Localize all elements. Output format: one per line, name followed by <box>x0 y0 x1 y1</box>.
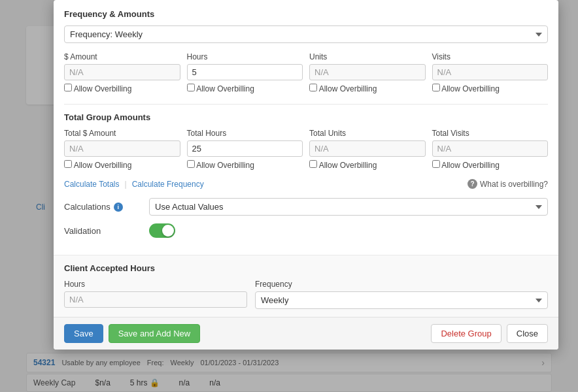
total-amount-overbilling-label: Allow Overbilling <box>64 160 180 170</box>
help-icon: ? <box>468 179 477 189</box>
total-visits-field-group: Total Visits Allow Overbilling <box>432 129 549 172</box>
client-fields-grid: Hours Frequency Weekly Daily Monthly <box>64 280 548 309</box>
validation-control <box>149 223 548 238</box>
client-section-title: Client Accepted Hours <box>64 263 548 273</box>
total-group-title: Total Group Amounts <box>64 112 548 122</box>
modal-footer: Save Save and Add New Delete Group Close <box>54 317 558 350</box>
client-frequency-select[interactable]: Weekly Daily Monthly <box>255 291 548 309</box>
total-amount-overbilling-text: Allow Overbilling <box>74 161 132 170</box>
hours-overbilling-text: Allow Overbilling <box>196 84 254 93</box>
amount-overbilling-text: Allow Overbilling <box>74 84 132 93</box>
calculations-select[interactable]: Use Actual Values Use Authorized Values <box>149 198 548 216</box>
footer-left-buttons: Save Save and Add New <box>64 324 200 343</box>
save-and-add-new-button[interactable]: Save and Add New <box>109 324 201 343</box>
toggle-track <box>149 223 175 238</box>
client-hours-label: Hours <box>64 280 247 289</box>
what-is-overbilling-link[interactable]: ? What is overbilling? <box>468 179 548 189</box>
total-hours-input[interactable] <box>187 140 303 157</box>
toggle-thumb <box>162 225 174 237</box>
total-hours-overbilling-text: Allow Overbilling <box>196 161 254 170</box>
units-overbilling-text: Allow Overbilling <box>319 84 377 93</box>
frequency-select[interactable]: Frequency: Weekly Frequency: Daily Frequ… <box>64 25 548 43</box>
frequency-select-wrap: Frequency: Weekly Frequency: Daily Frequ… <box>64 25 548 43</box>
footer-right-buttons: Delete Group Close <box>431 324 548 343</box>
units-overbilling-checkbox-label: Allow Overbilling <box>309 84 426 93</box>
client-hours-input[interactable] <box>64 291 247 308</box>
visits-overbilling-checkbox-label: Allow Overbilling <box>432 84 549 93</box>
calculations-info-icon[interactable]: i <box>114 203 123 212</box>
total-hours-overbilling-label: Allow Overbilling <box>187 160 303 170</box>
amount-overbilling-checkbox[interactable] <box>64 84 72 91</box>
hours-overbilling-checkbox-label: Allow Overbilling <box>187 84 303 93</box>
client-frequency-label: Frequency <box>255 280 548 289</box>
total-units-overbilling-text: Allow Overbilling <box>319 161 377 170</box>
total-visits-label: Total Visits <box>432 129 549 138</box>
total-visits-overbilling-text: Allow Overbilling <box>441 161 500 170</box>
total-units-overbilling-checkbox[interactable] <box>309 160 317 168</box>
total-units-label: Total Units <box>309 129 426 138</box>
save-button[interactable]: Save <box>64 324 103 343</box>
total-hours-label: Total Hours <box>187 129 303 138</box>
validation-label: Validation <box>64 226 149 236</box>
units-overbilling-checkbox[interactable] <box>309 84 317 91</box>
hours-overbilling-checkbox[interactable] <box>187 84 195 91</box>
calculations-control: Use Actual Values Use Authorized Values <box>149 198 548 216</box>
total-fields-grid: Total $ Amount Allow Overbilling Total H… <box>64 129 548 172</box>
total-hours-overbilling-checkbox[interactable] <box>187 160 195 168</box>
amount-label: $ Amount <box>64 52 180 61</box>
frequency-fields-grid: $ Amount Allow Overbilling Hours Allow O… <box>64 52 548 96</box>
modal-dialog: Frequency & Amounts Frequency: Weekly Fr… <box>54 0 558 350</box>
links-left: Calculate Totals | Calculate Frequency <box>64 180 204 189</box>
visits-input[interactable] <box>432 64 549 80</box>
links-row: Calculate Totals | Calculate Frequency ?… <box>64 179 548 189</box>
close-button[interactable]: Close <box>507 324 548 343</box>
calculations-label-wrap: Calculations i <box>64 202 149 212</box>
visits-label: Visits <box>432 52 549 61</box>
hours-label: Hours <box>187 52 303 61</box>
hours-field-group: Hours Allow Overbilling <box>187 52 303 96</box>
total-hours-field-group: Total Hours Allow Overbilling <box>187 129 303 172</box>
validation-toggle[interactable] <box>149 223 175 238</box>
client-hours-field-group: Hours <box>64 280 247 309</box>
amount-field-group: $ Amount Allow Overbilling <box>64 52 180 96</box>
calculations-label: Calculations <box>64 202 110 212</box>
units-input[interactable] <box>309 64 426 80</box>
section-divider-1 <box>64 104 548 105</box>
frequency-amounts-title: Frequency & Amounts <box>64 9 548 19</box>
total-amount-field-group: Total $ Amount Allow Overbilling <box>64 129 180 172</box>
total-units-field-group: Total Units Allow Overbilling <box>309 129 426 172</box>
client-frequency-field-group: Frequency Weekly Daily Monthly <box>255 280 548 309</box>
modal-overlay: Frequency & Amounts Frequency: Weekly Fr… <box>0 0 578 392</box>
total-amount-input[interactable] <box>64 140 180 157</box>
total-visits-input[interactable] <box>432 140 549 157</box>
units-field-group: Units Allow Overbilling <box>309 52 426 96</box>
total-visits-overbilling-label: Allow Overbilling <box>432 160 549 170</box>
what-is-overbilling-text: What is overbilling? <box>480 180 548 189</box>
visits-overbilling-checkbox[interactable] <box>432 84 440 91</box>
total-amount-label: Total $ Amount <box>64 129 180 138</box>
hours-input[interactable] <box>187 64 303 80</box>
calculate-frequency-button[interactable]: Calculate Frequency <box>132 180 204 189</box>
frequency-amounts-section: Frequency & Amounts Frequency: Weekly Fr… <box>54 0 558 255</box>
total-amount-overbilling-checkbox[interactable] <box>64 160 72 168</box>
amount-input[interactable] <box>64 64 180 80</box>
validation-row: Validation <box>64 223 548 238</box>
calculate-totals-button[interactable]: Calculate Totals <box>64 180 120 189</box>
total-units-overbilling-label: Allow Overbilling <box>309 160 426 170</box>
amount-overbilling-checkbox-label: Allow Overbilling <box>64 84 180 93</box>
visits-field-group: Visits Allow Overbilling <box>432 52 549 96</box>
link-separator: | <box>125 180 127 189</box>
visits-overbilling-text: Allow Overbilling <box>441 84 500 93</box>
total-visits-overbilling-checkbox[interactable] <box>432 160 440 168</box>
delete-group-button[interactable]: Delete Group <box>431 324 501 343</box>
units-label: Units <box>309 52 426 61</box>
calculations-row: Calculations i Use Actual Values Use Aut… <box>64 198 548 216</box>
total-units-input[interactable] <box>309 140 426 157</box>
client-accepted-hours-section: Client Accepted Hours Hours Frequency We… <box>54 255 558 317</box>
